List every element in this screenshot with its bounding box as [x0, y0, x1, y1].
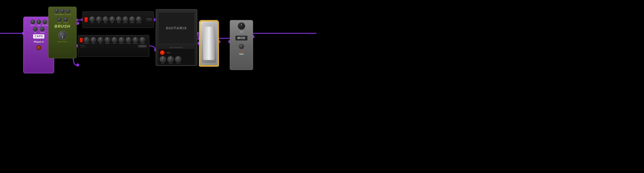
phaser-base-knob[interactable]: [36, 20, 41, 24]
cab-bass-group: BASS: [160, 56, 166, 64]
brush-release-label: RELEASE: [66, 14, 70, 15]
ampvts-mid-knob[interactable]: [98, 37, 103, 42]
cab-output-label: OUTPUT: [176, 63, 181, 64]
ampvts-lowcut-label: LOWCUT: [84, 43, 89, 44]
brush-makeup-knob[interactable]: [63, 17, 68, 22]
phaser-depth-knob[interactable]: [30, 20, 35, 24]
cab-output-knob[interactable]: [175, 56, 181, 62]
ampvts-knobs: LOWCUT BASS MID TREBLE GAIN BRIGHT: [84, 37, 145, 44]
brush-threshold-label: THRESHOLD: [54, 14, 59, 15]
brush-attack-label: ATTACK: [60, 14, 65, 15]
gxsvt-bass-label: BASS: [117, 22, 120, 23]
phaser-resonance-knob[interactable]: [42, 20, 47, 24]
gxsvt-cab-knob[interactable]: [110, 16, 115, 22]
brush-ratio-label: RATIO: [57, 22, 62, 23]
ampvts-preset-display[interactable]: Stanford: [138, 45, 147, 48]
ampvts-lowcut-group: LOWCUT: [84, 37, 89, 44]
mod-model-label: Gain: [239, 53, 244, 55]
gxsvt-volume-knob[interactable]: [136, 16, 141, 22]
brush-threshold-knob[interactable]: [54, 9, 59, 13]
phaser-footswitch[interactable]: [36, 45, 41, 50]
wah-pedal[interactable]: [199, 20, 219, 67]
phaser-lfo-label: LFO: [33, 32, 38, 33]
ampvts-bass-group: BASS: [91, 37, 96, 44]
phaser-depth-label: DEPTH: [30, 25, 35, 26]
gxsvt-knobs-group: LOW MID HIGH CAB BASS MIDDLE TREBLE VOL: [90, 16, 141, 23]
gxsvt-model-label: GxSVT: [146, 20, 152, 22]
wah-surface: [203, 27, 215, 60]
mod-bottom-knob[interactable]: [239, 44, 244, 49]
wah-treadle[interactable]: [202, 23, 216, 63]
ampvts-treble-group: TREBLE: [105, 37, 110, 44]
gxsvt-high-label: HIGH: [104, 22, 107, 23]
ampvts-bright-label: BRIGHT: [119, 43, 124, 44]
ampvts-bass-knob[interactable]: [91, 37, 96, 42]
cab-model-label: GXCABINET: [170, 47, 183, 49]
gxsvt-brand-area: Guitarix GxSVT: [146, 18, 152, 22]
ampvts-gain-group: GAIN: [112, 37, 117, 44]
cab-speaker-area: GUITARIX: [158, 12, 195, 44]
phaser-lfo-knob[interactable]: [33, 27, 38, 32]
ampvts-gain-knob[interactable]: [112, 37, 117, 42]
mod-power-led: [240, 51, 242, 52]
gxsvt-low-group: LOW: [90, 16, 95, 23]
ampvts-attack-label: ATTACK: [126, 43, 131, 44]
right-output-cable: [627, 32, 644, 35]
gxsvt-bass-group: BASS: [116, 16, 121, 23]
brush-attack-knob[interactable]: [60, 9, 65, 13]
brush-makeup-label: MAKEUP: [63, 22, 68, 23]
mod-top-knob-label: GAIN: [240, 31, 243, 33]
cab-control-panel: 4x12 BASS TREBLE OUTPUT: [158, 49, 195, 65]
gxsvt-rack: LOW MID HIGH CAB BASS MIDDLE TREBLE VOL: [82, 11, 154, 28]
ampvts-squish-knob[interactable]: [133, 37, 138, 42]
brush-middle-labels: RATIO MAKEUP: [57, 22, 68, 23]
gxsvt-power-led[interactable]: [84, 17, 88, 22]
cab-bass-knob[interactable]: [160, 56, 166, 62]
phaser-spread-knob[interactable]: [40, 27, 44, 32]
ampvts-power-label: POWER: [140, 43, 144, 44]
phaser-base-label: BASE: [36, 25, 41, 26]
gxsvt-bass-knob[interactable]: [116, 16, 121, 22]
ampvts-treble-knob[interactable]: [105, 37, 110, 42]
svg-line-2: [197, 33, 199, 38]
cab-config-label: 4x12: [167, 52, 170, 54]
mod-gain-knob-top[interactable]: [238, 22, 245, 30]
ampvts-lowcut-knob[interactable]: [84, 37, 89, 42]
brush-main-knob[interactable]: [58, 31, 67, 40]
phaser-resonance-label: RESONANCE: [42, 25, 47, 26]
ampvts-squish-label: SQUISH: [133, 43, 138, 44]
phaser-top-knob-labels: DEPTH BASE RESONANCE: [30, 25, 47, 26]
brush-top-labels: THRESHOLD ATTACK RELEASE: [54, 14, 70, 15]
gxsvt-low-knob[interactable]: [90, 16, 95, 22]
ampvts-bass-label: BASS: [92, 43, 95, 44]
ampvts-attack-group: ATTACK: [126, 37, 131, 44]
brush-release-knob[interactable]: [66, 9, 70, 13]
brush-pedal: THRESHOLD ATTACK RELEASE RATIO MAKEUP BR…: [48, 7, 76, 58]
gxsvt-mid-label: MID: [98, 22, 100, 23]
ampvts-power-knob[interactable]: [140, 37, 145, 42]
gxsvt-cab-label: CAB: [111, 22, 113, 23]
gxsvt-high-knob[interactable]: [103, 16, 108, 22]
ampvts-bright-knob[interactable]: [119, 37, 124, 42]
ampvts-mid-label: MID: [100, 43, 102, 44]
phaser-top-knobs: [30, 20, 47, 24]
svg-point-15: [76, 64, 79, 67]
ampvts-bright-group: BRIGHT: [119, 37, 124, 44]
cab-treble-knob[interactable]: [167, 56, 174, 62]
ampvts-power-led[interactable]: [80, 38, 83, 43]
gxsvt-middle-knob[interactable]: [123, 16, 128, 22]
cab-power-button[interactable]: [160, 50, 165, 55]
cab-brand-display: GUITARIX: [166, 26, 187, 30]
ampvts-attack-knob[interactable]: [126, 37, 131, 42]
brush-ratio-knob[interactable]: [57, 17, 62, 22]
ampvts-bottom-row: CAPS AmpVTS Stanford: [80, 45, 147, 48]
phaser-brand-box: CAPS: [33, 34, 44, 39]
gxsvt-brand-label: Guitarix: [146, 18, 152, 20]
gxsvt-mid-knob[interactable]: [96, 16, 102, 22]
gxsvt-low-label: LOW: [91, 22, 94, 23]
gxsvt-middle-label: MIDDLE: [123, 22, 128, 23]
ampvts-squish-group: SQUISH: [133, 37, 138, 44]
gxsvt-cab-group: CAB: [110, 16, 115, 23]
gxsvt-treble-knob[interactable]: [129, 16, 135, 22]
brush-top-knobs: [54, 9, 70, 13]
